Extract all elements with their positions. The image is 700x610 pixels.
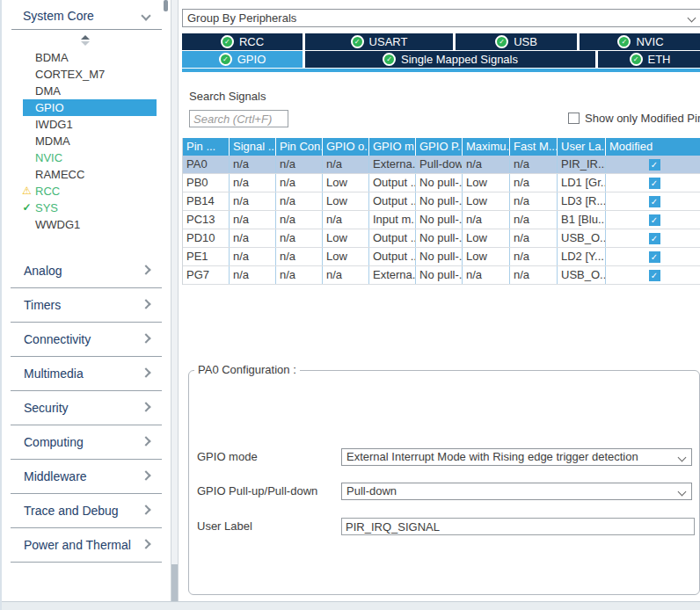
tab-eth[interactable]: ✓ETH: [598, 51, 700, 68]
sidebar-section-system-core[interactable]: System Core: [23, 9, 155, 23]
modified-checkbox[interactable]: ✓: [649, 178, 660, 189]
table-cell: n/a: [276, 211, 323, 229]
table-cell: PE1: [183, 248, 230, 265]
table-row[interactable]: PE1n/an/aLowOutput ...No pull-...Lown/aL…: [183, 248, 700, 266]
scroll-spinner-icon[interactable]: [81, 35, 90, 47]
sidebar-item-sys[interactable]: ✓SYS: [23, 200, 157, 216]
sidebar-category-multimedia[interactable]: Multimedia: [2, 358, 171, 392]
sidebar-item-dma[interactable]: DMA: [23, 83, 157, 99]
tab-label: RCC: [239, 35, 264, 48]
sidebar-item-nvic[interactable]: NVIC: [23, 149, 157, 166]
sidebar-item-wwdg1[interactable]: WWDG1: [23, 216, 157, 233]
column-header[interactable]: User La...: [558, 138, 606, 156]
sidebar-category-security[interactable]: Security: [2, 392, 171, 426]
modified-checkbox[interactable]: ✓: [649, 233, 660, 244]
table-cell: Output ...: [369, 192, 416, 210]
sidebar-item-mdma[interactable]: MDMA: [23, 133, 157, 149]
gpio-pull-select[interactable]: Pull-down: [341, 483, 692, 500]
column-header[interactable]: GPIO m...: [369, 138, 416, 156]
tab-row-2: ✓GPIO✓Single Mapped Signals✓ETH: [182, 51, 700, 68]
column-header[interactable]: GPIO o...: [323, 138, 369, 156]
user-label-input[interactable]: [341, 518, 695, 535]
sidebar-category-analog[interactable]: Analog: [2, 255, 171, 289]
tab-label: NVIC: [636, 35, 663, 48]
modified-cell: ✓: [606, 229, 700, 247]
sidebar-category-connectivity[interactable]: Connectivity: [2, 323, 171, 358]
table-cell: PB0: [183, 174, 230, 192]
sidebar-item-gpio[interactable]: GPIO: [23, 99, 157, 116]
table-row[interactable]: PA0n/an/an/aExterna...Pull-downn/an/aPIR…: [183, 156, 700, 174]
divider: [11, 459, 162, 460]
scrollbar-thumb[interactable]: [171, 564, 178, 601]
column-header[interactable]: Maximu...: [463, 138, 510, 156]
group-by-select[interactable]: Group By Peripherals: [182, 9, 700, 27]
tab-single-mapped-signals[interactable]: ✓Single Mapped Signals: [305, 51, 595, 68]
table-cell: n/a: [323, 266, 369, 284]
sidebar-item-label: CORTEX_M7: [35, 68, 105, 81]
modified-checkbox[interactable]: ✓: [649, 214, 660, 226]
table-cell: No pull-...: [416, 192, 463, 210]
system-core-list: BDMACORTEX_M7DMAGPIOIWDG1MDMANVICRAMECC⚠…: [2, 49, 171, 233]
column-header[interactable]: Modified: [606, 138, 700, 156]
sidebar-item-iwdg1[interactable]: IWDG1: [23, 116, 157, 133]
divider: [11, 29, 162, 30]
table-row[interactable]: PC13n/an/an/aInput m...No pull-...n/an/a…: [183, 211, 700, 229]
sidebar-category-trace-and-debug[interactable]: Trace and Debug: [2, 495, 171, 529]
table-row[interactable]: PB0n/an/aLowOutput ...No pull-...Lown/aL…: [183, 174, 700, 192]
divider: [11, 562, 162, 563]
sidebar-item-rcc[interactable]: ⚠RCC: [23, 183, 157, 200]
sidebar-category-middleware[interactable]: Middleware: [2, 461, 171, 495]
sidebar-item-ramecc[interactable]: RAMECC: [23, 166, 157, 183]
divider: [11, 493, 162, 494]
sidebar-scrollbar-thumb[interactable]: [164, 0, 168, 11]
show-only-modified-checkbox[interactable]: [568, 113, 580, 124]
table-cell: B1 [Blu...: [558, 211, 606, 229]
column-header[interactable]: GPIO P...: [416, 138, 463, 156]
stm32cubemx-pinout-config-window: System Core BDMACORTEX_M7DMAGPIOIWDG1MDM…: [0, 0, 700, 610]
table-cell: n/a: [276, 248, 323, 265]
tab-label: Single Mapped Signals: [401, 53, 518, 66]
tab-label: GPIO: [237, 53, 266, 66]
table-cell: Externa...: [369, 156, 416, 173]
search-input[interactable]: [189, 110, 288, 127]
table-row[interactable]: PG7n/an/an/aExterna...No pull-...n/an/aU…: [183, 266, 700, 285]
gpio-mode-select[interactable]: External Interrupt Mode with Rising edge…: [341, 448, 692, 466]
sidebar-category-power-and-thermal[interactable]: Power and Thermal: [2, 529, 171, 563]
modified-checkbox[interactable]: ✓: [649, 196, 660, 207]
column-header[interactable]: Signal ...: [230, 138, 276, 156]
column-header[interactable]: Pin ...: [183, 138, 230, 156]
tab-usart[interactable]: ✓USART: [305, 33, 453, 50]
table-row[interactable]: PB14n/an/aLowOutput ...No pull-...Lown/a…: [183, 192, 700, 211]
column-header[interactable]: Pin Con...: [276, 138, 323, 156]
tab-nvic[interactable]: ✓NVIC: [580, 33, 700, 50]
sidebar-category-timers[interactable]: Timers: [2, 289, 171, 323]
chevron-right-icon: [141, 265, 150, 274]
table-cell: n/a: [323, 156, 369, 173]
bottom-scroll-strip[interactable]: [2, 601, 700, 610]
sidebar-item-cortex_m7[interactable]: CORTEX_M7: [23, 66, 157, 83]
search-signals-label: Search Signals: [189, 90, 266, 103]
table-cell: Output ...: [369, 229, 416, 247]
green-check-icon: ✓: [495, 35, 508, 48]
tab-gpio[interactable]: ✓GPIO: [182, 51, 303, 68]
tab-rcc[interactable]: ✓RCC: [182, 33, 303, 50]
show-only-modified-filter[interactable]: Show only Modified Pins: [568, 112, 700, 125]
column-header[interactable]: Fast M...: [510, 138, 558, 156]
divider: [11, 390, 162, 391]
divider: [11, 425, 162, 425]
table-cell: n/a: [510, 192, 558, 210]
category-label: Trace and Debug: [24, 504, 119, 518]
pane-divider-scrollbar[interactable]: [171, 0, 179, 601]
table-cell: Input m...: [369, 211, 416, 229]
table-row[interactable]: PD10n/an/aLowOutput ...No pull-...Lown/a…: [183, 229, 700, 248]
modified-checkbox[interactable]: ✓: [649, 251, 660, 263]
green-check-icon: ✓: [219, 53, 232, 66]
modified-checkbox[interactable]: ✓: [649, 159, 660, 171]
table-cell: n/a: [276, 266, 323, 284]
tab-usb[interactable]: ✓USB: [456, 33, 577, 50]
modified-checkbox[interactable]: ✓: [649, 270, 660, 281]
sidebar-category-computing[interactable]: Computing: [2, 426, 171, 461]
sidebar-item-bdma[interactable]: BDMA: [23, 49, 157, 66]
green-check-icon: ✓: [221, 35, 234, 48]
chevron-down-icon: [678, 454, 687, 462]
